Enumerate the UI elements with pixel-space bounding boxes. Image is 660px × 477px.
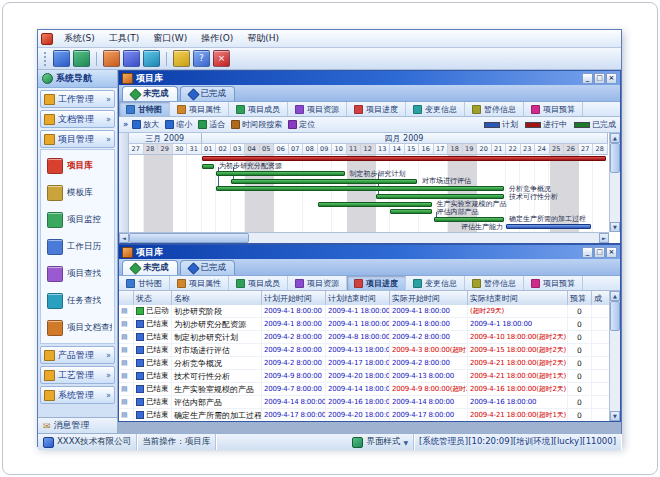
vertical-scrollbar[interactable]: ▲▼ — [609, 133, 620, 232]
zoom-in-button[interactable]: 放大 — [132, 119, 159, 130]
progress-detail-tab-7[interactable]: 项目预算 — [524, 276, 583, 290]
gantt-bar[interactable] — [216, 171, 345, 176]
time-range-search-button[interactable]: 时间段搜索 — [231, 119, 282, 130]
table-row[interactable]: ▤已结束确定生产所需的加工过程2009-4-17 8:00:002009-4-2… — [119, 409, 609, 421]
menu-item-system[interactable]: 系统(S) — [58, 31, 101, 46]
gantt-detail-tab-5[interactable]: 变更信息 — [406, 102, 465, 116]
gantt-detail-tab-7[interactable]: 项目预算 — [524, 102, 583, 116]
sidebar-item[interactable]: 项目库 — [41, 152, 114, 179]
gantt-bar[interactable] — [216, 186, 504, 191]
scroll-thumb[interactable] — [610, 301, 620, 331]
gantt-bar[interactable] — [202, 156, 606, 161]
sidebar-bottom-tab[interactable]: ✉ 消息管理 — [38, 417, 117, 433]
gantt-bar[interactable] — [390, 209, 432, 214]
globe-icon[interactable] — [73, 50, 90, 67]
table-row[interactable]: ▤已结束为初步研究分配资源2009-4-1 8:00:002009-4-1 18… — [119, 318, 609, 331]
gantt-detail-tab-1[interactable]: 项目属性 — [170, 102, 229, 116]
gantt-bar[interactable] — [202, 164, 215, 169]
menu-item-operation[interactable]: 操作(O) — [195, 31, 239, 46]
report-icon[interactable] — [123, 50, 140, 67]
minimize-button[interactable]: _ — [582, 73, 593, 84]
progress-detail-tab-5[interactable]: 变更信息 — [406, 276, 465, 290]
save-icon[interactable] — [53, 50, 70, 67]
progress-detail-tab-6[interactable]: 暂停信息 — [465, 276, 524, 290]
table-row[interactable]: ▤已结束评估内部产品2009-4-14 8:00:002009-4-16 18:… — [119, 396, 609, 409]
help-icon[interactable]: ? — [193, 50, 210, 67]
scroll-up-button[interactable]: ▲ — [610, 291, 620, 301]
sidebar-section-2[interactable]: 项目管理» — [40, 130, 115, 148]
vertical-scrollbar[interactable]: ▲▼ — [609, 291, 620, 421]
gantt-window-titlebar[interactable]: 项目库 _□× — [119, 71, 620, 85]
sidebar-item[interactable]: 模板库 — [41, 179, 114, 206]
sidebar-item[interactable]: 工作日历 — [41, 233, 114, 260]
gantt-status-tab-0[interactable]: 未完成 — [122, 86, 178, 101]
scroll-track[interactable] — [610, 301, 620, 411]
progress-status-tab-0[interactable]: 未完成 — [122, 260, 178, 275]
gantt-detail-tab-6[interactable]: 暂停信息 — [465, 102, 524, 116]
sidebar-section-5[interactable]: 系统管理» — [40, 386, 115, 404]
scroll-left-button[interactable]: ◄ — [119, 233, 129, 243]
maximize-button[interactable]: □ — [594, 73, 605, 84]
gantt-status-tab-1[interactable]: 已完成 — [180, 86, 236, 101]
progress-detail-tab-4[interactable]: 项目进度 — [347, 276, 406, 290]
gantt-bar[interactable] — [318, 202, 432, 207]
table-row[interactable]: ▤已结束分析竞争概况2009-4-2 8:00:002009-4-17 18:0… — [119, 357, 609, 370]
table-row[interactable]: ▤已结束生产实验室规模的产品2009-4-7 8:00:002009-4-14 … — [119, 383, 609, 396]
gantt-bar[interactable] — [376, 194, 505, 199]
sidebar-section-1[interactable]: 文档管理» — [40, 110, 115, 128]
horizontal-scrollbar[interactable]: ◄► — [119, 232, 609, 243]
menu-item-help[interactable]: 帮助(H) — [241, 31, 285, 46]
table-row[interactable]: ▤已结束制定初步研究计划2009-4-2 8:00:002009-4-8 18:… — [119, 331, 609, 344]
toolbar-separator — [166, 52, 167, 66]
progress-detail-tab-3[interactable]: 项目资源 — [288, 276, 347, 290]
gantt-bar[interactable] — [231, 179, 418, 184]
scroll-down-button[interactable]: ▼ — [610, 411, 620, 421]
sidebar-item-label: 工作日历 — [67, 241, 101, 253]
interface-style-selector[interactable]: 界面样式 ▼ — [347, 434, 414, 450]
table-row[interactable]: ▤已结束技术可行性分析2009-4-9 8:00:002009-4-20 18:… — [119, 370, 609, 383]
sidebar-item[interactable]: 项目监控 — [41, 206, 114, 233]
sidebar-item[interactable]: 项目文档查找 — [41, 314, 114, 341]
progress-detail-tab-0[interactable]: 甘特图 — [119, 276, 170, 290]
fit-button[interactable]: 适合 — [198, 119, 225, 130]
progress-detail-tab-2[interactable]: 项目成员 — [229, 276, 288, 290]
scroll-up-button[interactable]: ▲ — [610, 133, 620, 143]
gantt-detail-tab-2[interactable]: 项目成员 — [229, 102, 288, 116]
gantt-bar[interactable] — [434, 217, 505, 222]
toolbar-overflow-icon[interactable]: » — [123, 120, 128, 129]
sidebar-item[interactable]: 任务查找 — [41, 287, 114, 314]
maximize-button[interactable]: □ — [594, 247, 605, 258]
table-row[interactable]: ▤已结束对市场进行评估2009-4-2 8:00:002009-4-13 18:… — [119, 344, 609, 357]
project-icon[interactable] — [103, 50, 120, 67]
menu-item-tools[interactable]: 工具(T) — [103, 31, 146, 46]
menu-item-window[interactable]: 窗口(W) — [147, 31, 193, 46]
close-button[interactable]: × — [606, 247, 617, 258]
gantt-detail-tab-3[interactable]: 项目资源 — [288, 102, 347, 116]
progress-status-tab-1[interactable]: 已完成 — [180, 260, 236, 275]
sidebar-section-0[interactable]: 工作管理» — [40, 90, 115, 108]
progress-window-titlebar[interactable]: 项目库 _□× — [119, 245, 620, 259]
sidebar-section-4[interactable]: 工艺管理» — [40, 366, 115, 384]
scroll-down-button[interactable]: ▼ — [610, 222, 620, 232]
minimize-button[interactable]: _ — [582, 247, 593, 258]
scroll-thumb[interactable] — [129, 233, 249, 243]
sidebar-section-3[interactable]: 产品管理» — [40, 346, 115, 364]
scroll-thumb[interactable] — [610, 143, 620, 173]
gantt-detail-tab-4[interactable]: 项目进度 — [347, 102, 406, 116]
calendar-icon[interactable] — [143, 50, 160, 67]
exit-icon[interactable]: × — [213, 50, 230, 67]
sidebar-item[interactable]: 项目查找 — [41, 260, 114, 287]
scroll-track[interactable] — [610, 143, 620, 222]
plan-start-cell: 2009-4-1 8:00:00 — [262, 305, 326, 317]
table-row[interactable]: ▤已启动初步研究阶段2009-4-1 8:00:002009-4-1 18:00… — [119, 305, 609, 318]
button-label: 时间段搜索 — [242, 119, 282, 130]
gantt-detail-tab-0[interactable]: 甘特图 — [119, 102, 170, 116]
scroll-right-button[interactable]: ► — [599, 233, 609, 243]
lock-icon[interactable] — [173, 50, 190, 67]
zoom-out-button[interactable]: 缩小 — [165, 119, 192, 130]
close-button[interactable]: × — [606, 73, 617, 84]
gantt-bar[interactable] — [506, 224, 591, 229]
locate-button[interactable]: 定位 — [288, 119, 315, 130]
scroll-track[interactable] — [129, 233, 599, 243]
progress-detail-tab-1[interactable]: 项目属性 — [170, 276, 229, 290]
